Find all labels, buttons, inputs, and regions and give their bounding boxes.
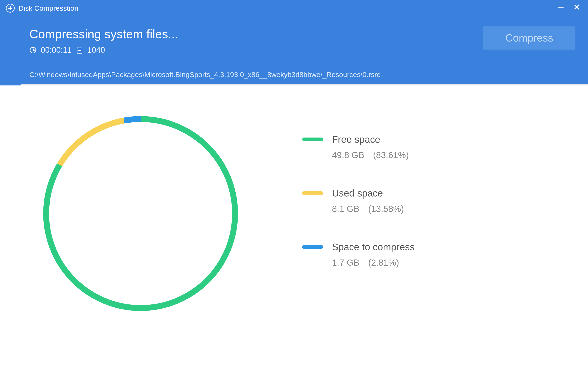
compress-button-label: Compress [505,32,553,44]
minimize-button[interactable] [558,7,564,8]
app-plus-icon [6,4,15,13]
legend-item-compress: Space to compress 1.7 GB (2.81%) [302,241,554,268]
swatch-free-icon [302,138,323,141]
titlebar: Disk Compresstion ✕ [0,0,588,14]
file-count: 1040 [87,46,105,54]
window-controls: ✕ [558,5,580,9]
progress-bar [0,84,588,86]
elapsed-time: 00:00:11 [41,46,72,54]
header: Disk Compresstion ✕ Compressing system f… [0,0,588,84]
status-area: Compressing system files... 00:00:11 104… [0,14,588,65]
file-icon [76,47,83,54]
legend-size-free: 49.8 GB [332,150,364,160]
legend-label-free: Free space [332,134,380,145]
clock-icon [29,47,37,54]
swatch-compress-icon [302,245,323,249]
current-file-path: C:\Windows\InfusedApps\Packages\Microsof… [0,65,588,84]
legend-item-used: Used space 8.1 GB (13.58%) [302,188,554,214]
legend-pct-used: (13.58%) [368,204,404,214]
main-content: Free space 49.8 GB (83.61%) Used space 8… [0,86,588,314]
legend-size-compress: 1.7 GB [332,258,359,268]
legend-item-free: Free space 49.8 GB (83.61%) [302,134,554,160]
progress-fill [0,84,21,86]
legend-pct-compress: (2.81%) [368,258,399,268]
swatch-used-icon [302,191,323,195]
close-button[interactable]: ✕ [573,5,580,9]
compress-button[interactable]: Compress [483,26,575,50]
donut-chart [34,113,248,314]
legend-label-compress: Space to compress [332,241,415,253]
legend-label-used: Used space [332,188,383,199]
legend: Free space 49.8 GB (83.61%) Used space 8… [248,113,554,314]
donut-svg [40,113,241,314]
legend-pct-free: (83.61%) [373,150,409,160]
legend-size-used: 8.1 GB [332,204,359,214]
status-heading: Compressing system files... [29,27,559,41]
status-metrics: 00:00:11 1040 [29,46,559,54]
app-title: Disk Compresstion [19,4,78,12]
